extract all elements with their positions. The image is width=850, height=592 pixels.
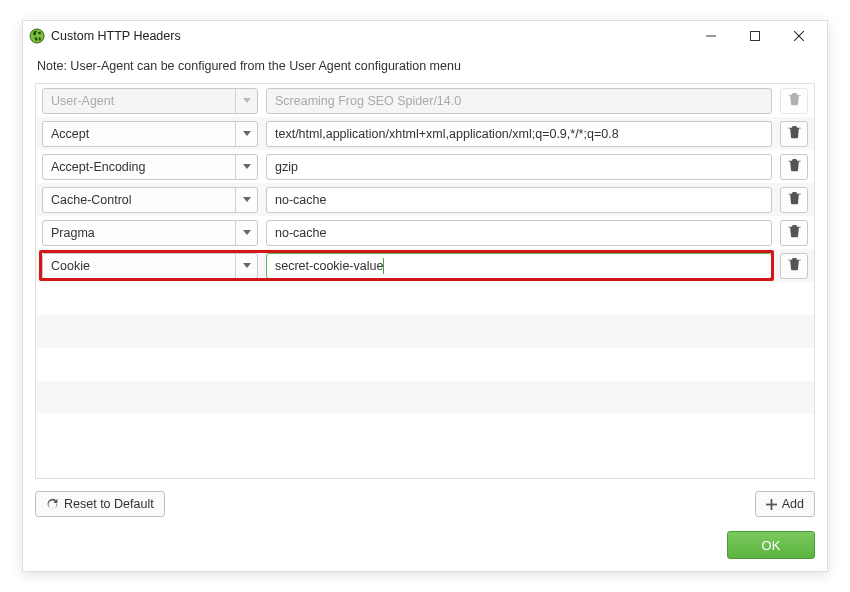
delete-row-button[interactable] (780, 253, 808, 279)
chevron-down-icon[interactable] (235, 122, 257, 146)
minimize-button[interactable] (689, 22, 733, 50)
chevron-down-icon (235, 89, 257, 113)
header-row: Pragmano-cache (36, 216, 814, 249)
reset-label: Reset to Default (64, 497, 154, 511)
reset-to-default-button[interactable]: Reset to Default (35, 491, 165, 517)
header-row: Cookiesecret-cookie-value (36, 249, 814, 282)
header-name-text: Accept-Encoding (43, 160, 235, 174)
trash-icon (788, 158, 801, 175)
header-name-text: Accept (43, 127, 235, 141)
empty-row (36, 381, 814, 414)
header-name-text: User-Agent (43, 94, 235, 108)
header-value-text: no-cache (275, 226, 326, 240)
trash-icon (788, 224, 801, 241)
header-value-input[interactable]: no-cache (266, 220, 772, 246)
plus-icon (766, 499, 777, 510)
text-cursor (383, 258, 384, 274)
header-value-text: secret-cookie-value (275, 259, 383, 273)
trash-icon (788, 257, 801, 274)
chevron-down-icon[interactable] (235, 188, 257, 212)
dialog-window: Custom HTTP Headers Note: User-Agent can… (22, 20, 828, 572)
header-row: Accepttext/html,application/xhtml+xml,ap… (36, 117, 814, 150)
ok-button[interactable]: OK (727, 531, 815, 559)
delete-row-button[interactable] (780, 121, 808, 147)
header-value-input[interactable]: text/html,application/xhtml+xml,applicat… (266, 121, 772, 147)
reset-icon (46, 498, 59, 511)
svg-rect-2 (751, 32, 760, 41)
header-value-input[interactable]: gzip (266, 154, 772, 180)
header-name-combo[interactable]: Accept (42, 121, 258, 147)
header-name-combo[interactable]: Accept-Encoding (42, 154, 258, 180)
delete-row-button[interactable] (780, 187, 808, 213)
delete-row-button (780, 88, 808, 114)
header-value-text: no-cache (275, 193, 326, 207)
chevron-down-icon[interactable] (235, 254, 257, 278)
header-value-text: text/html,application/xhtml+xml,applicat… (275, 127, 619, 141)
footer-bar: Reset to Default Add (23, 485, 827, 525)
empty-row (36, 315, 814, 348)
empty-row (36, 414, 814, 447)
add-button[interactable]: Add (755, 491, 815, 517)
chevron-down-icon[interactable] (235, 155, 257, 179)
window-title: Custom HTTP Headers (51, 29, 689, 43)
header-name-combo: User-Agent (42, 88, 258, 114)
title-bar: Custom HTTP Headers (23, 21, 827, 51)
header-row: Accept-Encodinggzip (36, 150, 814, 183)
empty-row (36, 348, 814, 381)
header-name-text: Cookie (43, 259, 235, 273)
header-name-text: Pragma (43, 226, 235, 240)
trash-icon (788, 92, 801, 109)
ok-label: OK (762, 538, 781, 553)
chevron-down-icon[interactable] (235, 221, 257, 245)
app-icon (29, 28, 45, 44)
delete-row-button[interactable] (780, 220, 808, 246)
add-label: Add (782, 497, 804, 511)
delete-row-button[interactable] (780, 154, 808, 180)
header-value-input: Screaming Frog SEO Spider/14.0 (266, 88, 772, 114)
header-name-combo[interactable]: Cache-Control (42, 187, 258, 213)
close-button[interactable] (777, 22, 821, 50)
empty-row (36, 282, 814, 315)
header-value-text: Screaming Frog SEO Spider/14.0 (275, 94, 461, 108)
maximize-button[interactable] (733, 22, 777, 50)
header-name-text: Cache-Control (43, 193, 235, 207)
header-row: Cache-Controlno-cache (36, 183, 814, 216)
headers-grid: User-AgentScreaming Frog SEO Spider/14.0… (35, 83, 815, 479)
window-controls (689, 22, 821, 50)
trash-icon (788, 125, 801, 142)
header-value-text: gzip (275, 160, 298, 174)
header-value-input[interactable]: no-cache (266, 187, 772, 213)
ok-bar: OK (23, 525, 827, 571)
header-value-input[interactable]: secret-cookie-value (266, 253, 772, 279)
trash-icon (788, 191, 801, 208)
header-name-combo[interactable]: Pragma (42, 220, 258, 246)
note-text: Note: User-Agent can be configured from … (23, 51, 827, 83)
header-row: User-AgentScreaming Frog SEO Spider/14.0 (36, 84, 814, 117)
header-name-combo[interactable]: Cookie (42, 253, 258, 279)
